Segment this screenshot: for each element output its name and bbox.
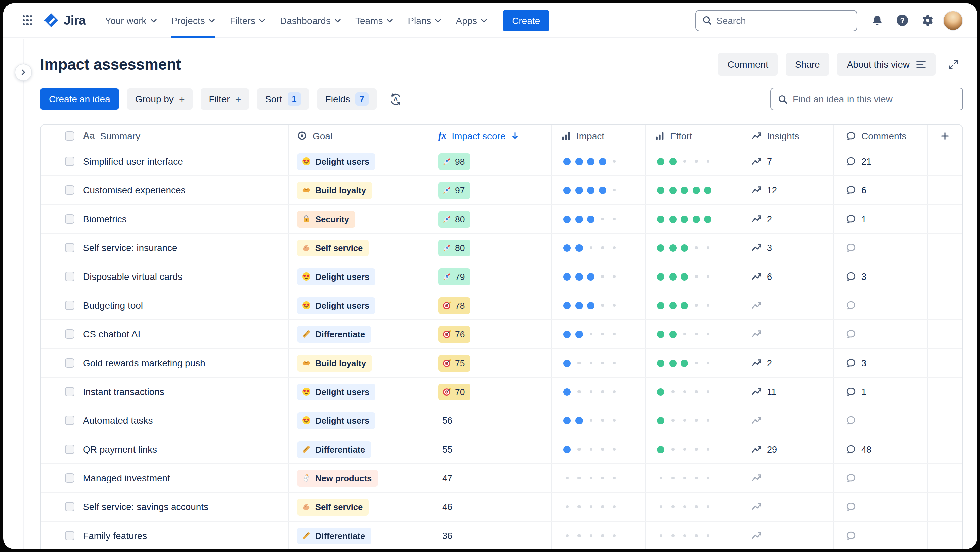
impact-rating[interactable] — [551, 320, 645, 348]
column-header-insights[interactable]: Insights — [739, 124, 833, 147]
summary-cell[interactable]: Family features — [78, 522, 288, 549]
group-by-button[interactable]: Group by+ — [127, 88, 193, 110]
table-row[interactable]: Instant transactions Delight users 70 11… — [41, 378, 962, 406]
impact-rating[interactable] — [551, 435, 645, 463]
summary-cell[interactable]: Instant transactions — [78, 378, 288, 406]
summary-cell[interactable]: Self service: insurance — [78, 234, 288, 262]
table-row[interactable]: Customised experiences Build loyalty 97 … — [41, 176, 962, 205]
about-this-view-button[interactable]: About this view — [837, 53, 935, 76]
summary-cell[interactable]: CS chatbot AI — [78, 320, 288, 348]
impact-score-cell[interactable]: 70 — [430, 378, 551, 406]
row-checkbox[interactable] — [65, 301, 74, 310]
nav-item-dashboards[interactable]: Dashboards — [273, 3, 348, 38]
table-row[interactable]: Automated tasks Delight users 56 — [41, 406, 962, 435]
comments-cell[interactable] — [833, 406, 928, 434]
table-row[interactable]: Self service: insurance Self service 80 … — [41, 234, 962, 262]
insights-cell[interactable] — [739, 493, 833, 521]
comments-cell[interactable]: 3 — [833, 262, 928, 290]
insights-cell[interactable] — [739, 464, 833, 492]
user-avatar[interactable] — [942, 10, 963, 30]
effort-rating[interactable] — [645, 205, 739, 233]
fields-button[interactable]: Fields7 — [317, 88, 377, 110]
table-row[interactable]: Disposable virtual cards Delight users 7… — [41, 262, 962, 291]
column-header-summary[interactable]: Aa Summary — [78, 124, 288, 147]
goal-chip[interactable]: Security — [297, 211, 355, 227]
impact-score-cell[interactable]: 80 — [430, 205, 551, 233]
impact-rating[interactable] — [551, 406, 645, 434]
summary-cell[interactable]: Budgeting tool — [78, 291, 288, 319]
impact-score-cell[interactable]: 78 — [430, 291, 551, 319]
goal-chip[interactable]: Build loyalty — [297, 354, 372, 371]
goal-chip[interactable]: Build loyalty — [297, 182, 372, 198]
table-row[interactable]: Simplified user interface Delight users … — [41, 147, 962, 176]
summary-cell[interactable]: Simplified user interface — [78, 147, 288, 175]
summary-cell[interactable]: Biometrics — [78, 205, 288, 233]
goal-chip[interactable]: Delight users — [297, 268, 375, 285]
summary-cell[interactable]: Disposable virtual cards — [78, 262, 288, 290]
row-checkbox[interactable] — [65, 473, 74, 483]
effort-rating[interactable] — [645, 493, 739, 521]
column-header-comments[interactable]: Comments — [833, 124, 928, 147]
impact-rating[interactable] — [551, 234, 645, 262]
impact-score-cell[interactable]: 97 — [430, 176, 551, 204]
impact-rating[interactable] — [551, 349, 645, 377]
row-checkbox[interactable] — [65, 502, 74, 512]
summary-cell[interactable]: Gold rewards marketing push — [78, 349, 288, 377]
row-checkbox[interactable] — [65, 445, 74, 454]
effort-rating[interactable] — [645, 406, 739, 434]
global-search-input[interactable] — [716, 15, 850, 26]
comment-button[interactable]: Comment — [718, 53, 778, 76]
table-row[interactable]: Managed investment New products 47 — [41, 464, 962, 493]
summary-cell[interactable]: Managed investment — [78, 464, 288, 492]
row-checkbox[interactable] — [65, 214, 74, 223]
filter-button[interactable]: Filter+ — [201, 88, 249, 110]
impact-score-cell[interactable]: 98 — [430, 147, 551, 175]
effort-rating[interactable] — [645, 522, 739, 549]
table-row[interactable]: QR payment links Differentiate 55 29 48 — [41, 435, 962, 464]
table-row[interactable]: Self service: savings accounts Self serv… — [41, 493, 962, 522]
insights-cell[interactable] — [739, 320, 833, 348]
goal-chip[interactable]: New products — [297, 470, 378, 487]
goal-chip[interactable]: Delight users — [297, 412, 375, 429]
comments-cell[interactable]: 1 — [833, 378, 928, 406]
select-all-checkbox[interactable] — [65, 131, 74, 140]
auto-sort-button[interactable]: A — [385, 88, 406, 110]
sort-button[interactable]: Sort1 — [257, 88, 309, 110]
effort-rating[interactable] — [645, 176, 739, 204]
row-checkbox[interactable] — [65, 185, 74, 195]
summary-cell[interactable]: QR payment links — [78, 435, 288, 463]
add-column-button[interactable] — [928, 124, 962, 147]
create-idea-button[interactable]: Create an idea — [40, 88, 119, 110]
comments-cell[interactable] — [833, 234, 928, 262]
nav-item-apps[interactable]: Apps — [449, 3, 495, 38]
insights-cell[interactable]: 29 — [739, 435, 833, 463]
row-checkbox[interactable] — [65, 329, 74, 339]
nav-item-projects[interactable]: Projects — [164, 3, 223, 38]
impact-score-cell[interactable]: 75 — [430, 349, 551, 377]
comments-cell[interactable]: 6 — [833, 176, 928, 204]
goal-chip[interactable]: Differentiate — [297, 326, 371, 343]
nav-item-your-work[interactable]: Your work — [98, 3, 164, 38]
goal-chip[interactable]: Differentiate — [297, 527, 371, 544]
impact-score-cell[interactable]: 47 — [430, 464, 551, 492]
summary-cell[interactable]: Customised experiences — [78, 176, 288, 204]
comments-cell[interactable] — [833, 464, 928, 492]
effort-rating[interactable] — [645, 234, 739, 262]
table-row[interactable]: Budgeting tool Delight users 78 — [41, 291, 962, 320]
settings-button[interactable] — [917, 10, 939, 31]
row-checkbox[interactable] — [65, 531, 74, 540]
table-row[interactable]: Family features Differentiate 36 — [41, 522, 962, 549]
column-header-goal[interactable]: Goal — [288, 124, 430, 147]
effort-rating[interactable] — [645, 464, 739, 492]
create-button[interactable]: Create — [503, 10, 549, 31]
summary-cell[interactable]: Automated tasks — [78, 406, 288, 434]
goal-chip[interactable]: Self service — [297, 239, 369, 256]
impact-rating[interactable] — [551, 291, 645, 319]
nav-item-plans[interactable]: Plans — [400, 3, 449, 38]
impact-score-cell[interactable]: 79 — [430, 262, 551, 290]
impact-rating[interactable] — [551, 493, 645, 521]
expand-sidebar-button[interactable] — [15, 64, 32, 81]
table-row[interactable]: Gold rewards marketing push Build loyalt… — [41, 349, 962, 378]
help-button[interactable]: ? — [892, 10, 913, 31]
row-checkbox[interactable] — [65, 358, 74, 367]
